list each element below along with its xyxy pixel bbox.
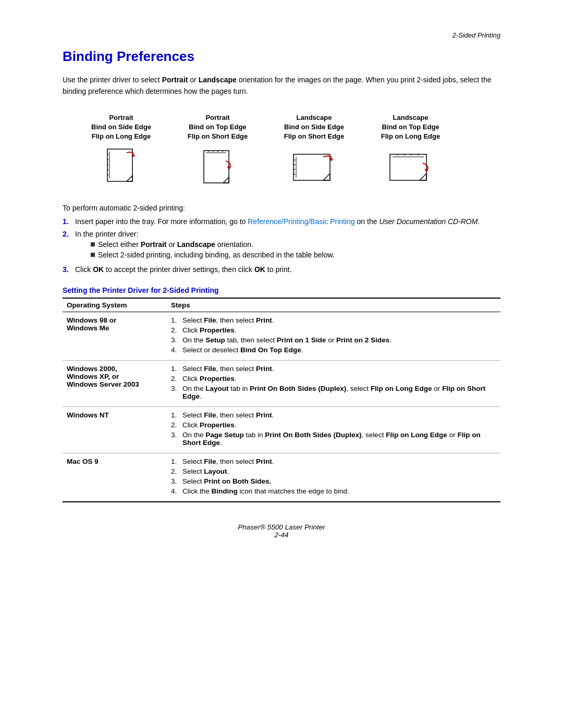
auto-print-intro: To perform automatic 2-sided printing: [63, 204, 500, 212]
table-row: Windows 98 orWindows Me 1.Select File, t… [63, 312, 500, 361]
os-cell: Mac OS 9 [63, 453, 167, 502]
step-2: 2. In the printer driver: Select either … [63, 230, 500, 261]
step-1: 1. Insert paper into the tray. For more … [63, 217, 500, 226]
svg-line-8 [127, 176, 132, 181]
landscape-top-icon [387, 146, 434, 188]
instructions-section: To perform automatic 2-sided printing: 1… [63, 204, 500, 274]
os-cell: Windows NT [63, 407, 167, 453]
printer-driver-table: Operating System Steps Windows 98 orWind… [63, 298, 500, 502]
steps-cell: 1.Select File, then select Print. 2.Clic… [167, 312, 500, 361]
svg-line-16 [223, 177, 229, 183]
table-header-row: Operating System Steps [63, 298, 500, 312]
diagram-portrait-side: PortraitBind on Side EdgeFlip on Long Ed… [73, 113, 169, 189]
os-cell: Windows 2000,Windows XP, orWindows Serve… [63, 361, 167, 407]
svg-rect-9 [204, 151, 229, 183]
steps-cell: 1.Select File, then select Print. 2.Clic… [167, 361, 500, 407]
section-header: 2-Sided Printing [63, 31, 500, 39]
diagram-landscape-side: LandscapeBind on Side EdgeFlip on Short … [266, 113, 362, 189]
diagram-portrait-top: PortraitBind on Top EdgeFlip on Short Ed… [169, 113, 266, 189]
col-header-os: Operating System [63, 298, 167, 312]
svg-rect-25 [390, 154, 426, 180]
svg-rect-17 [293, 154, 330, 180]
diagram-landscape-top: LandscapeBind on Top EdgeFlip on Long Ed… [362, 113, 459, 189]
table-row: Mac OS 9 1.Select File, then select Prin… [63, 453, 500, 502]
page: 2-Sided Printing Binding Preferences Use… [0, 0, 563, 728]
table-section: Setting the Printer Driver for 2-Sided P… [63, 286, 500, 502]
svg-marker-23 [329, 158, 333, 161]
diagrams-row: PortraitBind on Side EdgeFlip on Long Ed… [73, 113, 500, 189]
reference-link[interactable]: Reference/Printing/Basic Printing [248, 217, 354, 226]
step-3: 3. Click OK to accept the printer driver… [63, 265, 500, 274]
svg-line-32 [420, 174, 426, 180]
svg-line-24 [323, 174, 330, 180]
steps-cell: 1.Select File, then select Print. 2.Sele… [167, 453, 500, 502]
bullet-2: Select 2-sided printing, including bindi… [91, 251, 335, 259]
bullet-list: Select either Portrait or Landscape orie… [91, 240, 335, 259]
intro-paragraph: Use the printer driver to select Portrai… [63, 74, 500, 97]
footer-page: 2-44 [63, 531, 500, 539]
footer-product: Phaser® 5500 Laser Printer [63, 523, 500, 531]
svg-rect-0 [107, 149, 132, 181]
table-row: Windows 2000,Windows XP, orWindows Serve… [63, 361, 500, 407]
portrait-top-icon [194, 146, 241, 188]
os-cell: Windows 98 orWindows Me [63, 312, 167, 361]
landscape-side-icon [291, 146, 338, 188]
table-title: Setting the Printer Driver for 2-Sided P… [63, 286, 500, 294]
footer: Phaser® 5500 Laser Printer 2-44 [63, 523, 500, 539]
steps-cell: 1.Select File, then select Print. 2.Clic… [167, 407, 500, 453]
col-header-steps: Steps [167, 298, 500, 312]
page-title: Binding Preferences [63, 48, 500, 65]
bullet-1: Select either Portrait or Landscape orie… [91, 240, 335, 249]
table-row: Windows NT 1.Select File, then select Pr… [63, 407, 500, 453]
portrait-side-icon [98, 146, 145, 188]
steps-list: 1. Insert paper into the tray. For more … [63, 217, 500, 274]
